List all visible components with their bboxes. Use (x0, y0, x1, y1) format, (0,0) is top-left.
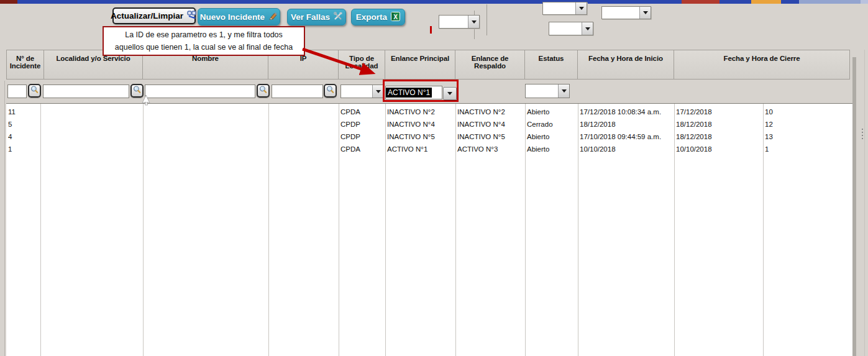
cell-enlace-respaldo: INACTIVO N°4 (455, 121, 525, 128)
filter-estatus-value (526, 86, 527, 95)
dropdown-arrow-icon[interactable] (575, 2, 587, 14)
search-icon (30, 85, 39, 96)
cell-enlace-respaldo: ACTIVO N°3 (455, 145, 525, 153)
cell-enlace-respaldo: INACTIVO N°5 (455, 133, 525, 140)
export-label: Exporta (356, 12, 387, 22)
resize-grip[interactable] (862, 129, 863, 139)
cell-enlace-principal: INACTIVO N°5 (385, 133, 455, 140)
cell-estatus: Abierto (525, 133, 578, 140)
filter-localidad-input[interactable] (43, 84, 129, 98)
cell-fecha-inicio: 17/10/2018 09:44:59 a.m. (578, 133, 674, 140)
header-enlace-respaldo: Enlance de Respaldo (455, 50, 525, 80)
search-button[interactable] (257, 84, 270, 98)
filter-num-incidente-input[interactable] (7, 84, 27, 98)
tools-icon (334, 12, 342, 22)
header-enlace-principal: Enlance Principal (385, 50, 455, 80)
search-icon (133, 85, 141, 96)
cell-estatus: Abierto (525, 108, 578, 116)
table-row[interactable]: 5 CPDP INACTIVO N°4 INACTIVO N°4 Cerrado… (6, 118, 852, 130)
cell-fecha-cierre: 17/12/2018 (674, 108, 763, 116)
cell-fecha-cierre: 18/12/2018 (674, 133, 763, 140)
dropdown-arrow-icon[interactable] (443, 87, 457, 100)
dropdown-arrow-icon[interactable] (468, 16, 479, 28)
annotation-line1: La ID de ese parametro es 1, y me filtra… (104, 29, 304, 41)
filter-estatus-combo[interactable] (525, 84, 570, 98)
cell-fecha-cierre: 10/10/2018 (674, 145, 763, 153)
view-failures-label: Ver Fallas (291, 12, 330, 22)
filter-enlace-principal-value: ACTIVO N°1 (386, 88, 432, 98)
svg-text:X: X (393, 13, 398, 20)
filter-nombre-input[interactable] (145, 84, 255, 98)
cell-id-parametro: 10 (763, 108, 852, 116)
header-tipo-localidad: Tipo de Localidad (339, 50, 385, 80)
view-failures-button[interactable]: Ver Fallas (287, 9, 346, 25)
cell-num-incidente: 5 (6, 121, 40, 128)
cell-id-parametro: 1 (763, 145, 852, 153)
table-row[interactable]: 1 CPDA ACTIVO N°1 ACTIVO N°3 Abierto 10/… (6, 143, 852, 155)
header-estatus: Estatus (525, 50, 578, 80)
new-incident-label: Nuevo Incidente (200, 12, 265, 22)
dropdown-arrow-icon[interactable] (582, 22, 593, 35)
filter-enlace-principal-combo[interactable]: ACTIVO N°1 (385, 86, 442, 99)
datasheet[interactable]: 11 CPDA INACTIVO N°2 INACTIVO N°2 Abiert… (6, 103, 852, 356)
cell-tipo-localidad: CPDP (339, 121, 385, 128)
toolbar-combo-4[interactable] (549, 22, 593, 35)
toolbar-divider (487, 4, 487, 35)
search-icon (326, 85, 334, 96)
cell-enlace-principal: INACTIVO N°4 (385, 121, 455, 128)
window-title-strip (0, 0, 868, 4)
excel-icon: X (391, 12, 400, 23)
export-button[interactable]: Exporta X (351, 9, 405, 25)
cell-id-parametro: 13 (763, 133, 852, 140)
dropdown-arrow-icon[interactable] (372, 85, 383, 98)
cell-fecha-inicio: 17/12/2018 10:08:34 a.m. (578, 108, 674, 116)
header-fecha-cierre: Fecha y Hora de Cierre (674, 50, 850, 80)
toolbar-combo-2[interactable] (542, 2, 587, 15)
pencil-icon (268, 11, 278, 22)
dropdown-arrow-icon[interactable] (639, 7, 651, 19)
search-button[interactable] (324, 84, 337, 98)
binoculars-icon (187, 11, 198, 21)
cell-tipo-localidad: CPDA (339, 145, 385, 153)
cell-num-incidente: 11 (6, 108, 40, 116)
table-row[interactable]: 4 CPDP INACTIVO N°5 INACTIVO N°5 Abierto… (6, 130, 852, 143)
cell-estatus: Cerrado (525, 121, 578, 128)
cell-fecha-inicio: 10/10/2018 (578, 145, 674, 153)
toolbar-combo-3[interactable] (601, 6, 651, 19)
dropdown-arrow-icon[interactable] (558, 84, 569, 98)
update-clear-label: Actualizar/Limpiar (111, 11, 183, 21)
panel-shadow (852, 57, 856, 356)
cell-num-incidente: 1 (6, 145, 40, 153)
table-row[interactable]: 11 CPDA INACTIVO N°2 INACTIVO N°2 Abiert… (6, 106, 852, 118)
window-edge (4, 81, 5, 356)
cell-enlace-principal: ACTIVO N°1 (385, 145, 455, 153)
cell-tipo-localidad: CPDA (339, 108, 385, 116)
new-incident-button[interactable]: Nuevo Incidente (198, 8, 280, 25)
cell-estatus: Abierto (525, 145, 578, 153)
cell-fecha-cierre: 18/12/2018 (674, 121, 763, 128)
cell-num-incidente: 4 (6, 133, 40, 140)
cell-id-parametro: 12 (763, 121, 852, 128)
red-annotation-tick (430, 26, 432, 34)
cell-tipo-localidad: CPDP (339, 133, 385, 140)
toolbar-combo-1[interactable] (439, 15, 480, 29)
mouse-cursor (142, 95, 151, 106)
annotation-tooltip: La ID de ese parametro es 1, y me filtra… (103, 26, 305, 56)
update-clear-button[interactable]: Actualizar/Limpiar (112, 7, 196, 24)
cell-enlace-respaldo: INACTIVO N°2 (455, 108, 525, 116)
window-edge (864, 50, 865, 356)
header-num-incidente: N° de Incidente (6, 50, 44, 80)
cell-fecha-inicio: 18/12/2018 (578, 121, 674, 128)
search-icon (259, 85, 267, 96)
filter-tipo-localidad-combo[interactable] (340, 84, 384, 98)
filter-ip-input[interactable] (272, 84, 323, 98)
cell-enlace-principal: INACTIVO N°2 (385, 108, 455, 116)
incident-tracker-window: Actualizar/Limpiar Nuevo Incidente Ver F… (0, 0, 868, 356)
search-button[interactable] (28, 84, 41, 98)
header-fecha-inicio: Fecha y Hora de Inicio (578, 50, 674, 80)
filter-tipo-localidad-value (341, 87, 342, 96)
annotation-line2: aquellos que tienen 1, la cual se ve al … (104, 41, 304, 53)
